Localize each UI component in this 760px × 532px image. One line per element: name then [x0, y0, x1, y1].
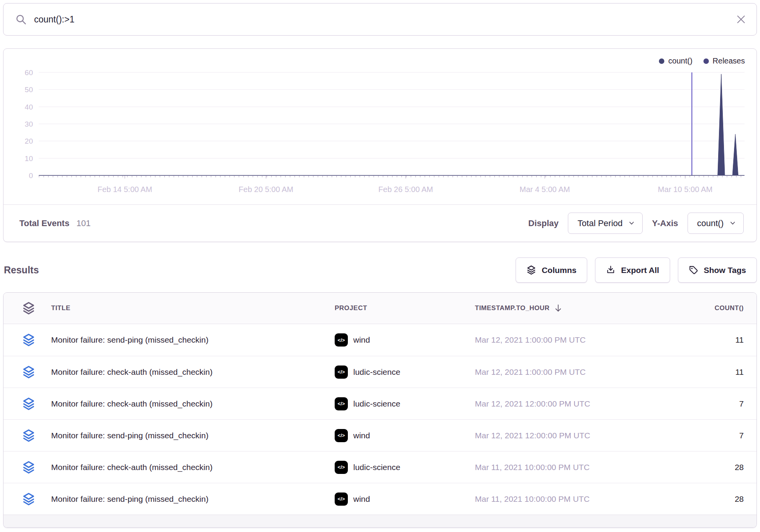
header-project-label: PROJECT	[335, 304, 367, 312]
svg-text:20: 20	[25, 137, 33, 145]
svg-text:60: 60	[25, 69, 33, 77]
table-row[interactable]: Monitor failure: check-auth (missed_chec…	[3, 451, 757, 483]
row-count: 11	[645, 335, 744, 345]
row-timestamp: Mar 12, 2021 1:00:00 PM UTC	[475, 335, 645, 345]
row-title-link[interactable]: Monitor failure: check-auth (missed_chec…	[51, 367, 335, 377]
project-platform-icon: </>	[335, 366, 348, 379]
yaxis-label: Y-Axis	[652, 218, 678, 228]
layers-icon	[22, 461, 35, 474]
svg-text:Mar 10 5:00 AM: Mar 10 5:00 AM	[658, 185, 712, 194]
row-project-cell: </> wind	[335, 493, 475, 506]
table-footer	[3, 515, 757, 527]
legend-label-count: count()	[668, 57, 692, 65]
layers-icon	[22, 493, 35, 506]
layers-icon	[22, 302, 35, 315]
svg-text:Mar 4 5:00 AM: Mar 4 5:00 AM	[519, 185, 570, 194]
columns-button[interactable]: Columns	[516, 257, 587, 283]
row-stack-cell	[22, 461, 51, 474]
row-project-cell: </> wind	[335, 333, 475, 347]
project-name: wind	[353, 494, 370, 504]
download-icon	[606, 265, 616, 275]
svg-text:40: 40	[25, 103, 33, 111]
search-input[interactable]	[33, 14, 736, 25]
project-platform-icon: </>	[335, 333, 348, 347]
row-project-cell: </> ludic-science	[335, 397, 475, 410]
project-name: ludic-science	[353, 367, 400, 377]
row-timestamp: Mar 11, 2021 10:00:00 PM UTC	[475, 494, 645, 504]
chart-legend: count() Releases	[659, 57, 745, 65]
clear-search-button[interactable]	[736, 14, 746, 25]
row-count: 7	[645, 399, 744, 408]
row-stack-cell	[22, 333, 51, 347]
table-row[interactable]: Monitor failure: check-auth (missed_chec…	[3, 356, 757, 388]
row-timestamp: Mar 12, 2021 12:00:00 PM UTC	[475, 431, 645, 440]
header-project[interactable]: PROJECT	[335, 304, 475, 312]
row-count: 28	[645, 463, 744, 472]
events-over-time-chart: 0102030405060Feb 14 5:00 AMFeb 20 5:00 A…	[3, 49, 757, 204]
results-table: TITLE PROJECT TIMESTAMP.TO_HOUR COUNT() …	[3, 292, 757, 528]
row-title-link[interactable]: Monitor failure: send-ping (missed_check…	[51, 335, 335, 345]
svg-text:Feb 14 5:00 AM: Feb 14 5:00 AM	[98, 185, 152, 194]
header-title-label: TITLE	[51, 304, 70, 312]
table-row[interactable]: Monitor failure: check-auth (missed_chec…	[3, 388, 757, 419]
svg-text:Feb 26 5:00 AM: Feb 26 5:00 AM	[378, 185, 433, 194]
project-name: ludic-science	[353, 463, 400, 472]
legend-item-count[interactable]: count()	[659, 57, 692, 65]
layers-icon	[22, 429, 35, 442]
yaxis-dropdown[interactable]: count()	[688, 213, 744, 234]
svg-text:30: 30	[25, 120, 33, 128]
row-title-link[interactable]: Monitor failure: send-ping (missed_check…	[51, 494, 335, 504]
table-row[interactable]: Monitor failure: send-ping (missed_check…	[3, 419, 757, 451]
legend-dot-count	[659, 58, 664, 64]
table-body: Monitor failure: send-ping (missed_check…	[3, 324, 757, 515]
project-platform-icon: </>	[335, 493, 348, 506]
row-project-cell: </> wind	[335, 429, 475, 442]
row-title-link[interactable]: Monitor failure: check-auth (missed_chec…	[51, 399, 335, 408]
show-tags-button[interactable]: Show Tags	[678, 257, 757, 283]
chart-footer: Total Events 101 Display Total Period Y-…	[3, 204, 757, 242]
search-icon	[15, 14, 27, 25]
table-row[interactable]: Monitor failure: send-ping (missed_check…	[3, 483, 757, 515]
row-stack-cell	[22, 493, 51, 506]
search-bar	[3, 3, 757, 36]
legend-item-releases[interactable]: Releases	[703, 57, 745, 65]
header-timestamp[interactable]: TIMESTAMP.TO_HOUR	[475, 304, 645, 313]
chevron-down-icon	[729, 220, 736, 227]
table-header: TITLE PROJECT TIMESTAMP.TO_HOUR COUNT()	[3, 293, 757, 324]
row-count: 28	[645, 494, 744, 504]
display-dropdown[interactable]: Total Period	[568, 213, 643, 234]
total-events-value: 101	[76, 218, 91, 228]
project-platform-icon: </>	[335, 461, 348, 474]
project-name: wind	[353, 431, 370, 440]
svg-text:50: 50	[25, 86, 33, 94]
row-count: 11	[645, 367, 744, 377]
table-row[interactable]: Monitor failure: send-ping (missed_check…	[3, 324, 757, 356]
row-title-link[interactable]: Monitor failure: send-ping (missed_check…	[51, 431, 335, 440]
sort-desc-arrow-icon	[554, 304, 563, 313]
header-title[interactable]: TITLE	[51, 304, 335, 312]
row-title-link[interactable]: Monitor failure: check-auth (missed_chec…	[51, 463, 335, 472]
row-count: 7	[645, 431, 744, 440]
row-stack-cell	[22, 397, 51, 410]
export-all-button[interactable]: Export All	[595, 257, 670, 283]
layers-icon	[22, 366, 35, 379]
row-timestamp: Mar 12, 2021 1:00:00 PM UTC	[475, 367, 645, 377]
chevron-down-icon	[628, 220, 635, 227]
show-tags-button-label: Show Tags	[704, 266, 746, 275]
row-timestamp: Mar 12, 2021 12:00:00 PM UTC	[475, 399, 645, 408]
layers-icon	[22, 333, 35, 347]
row-project-cell: </> ludic-science	[335, 461, 475, 474]
project-name: ludic-science	[353, 399, 400, 408]
svg-text:0: 0	[29, 172, 33, 180]
header-stack-column[interactable]	[22, 302, 51, 315]
chart-panel: count() Releases 0102030405060Feb 14 5:0…	[3, 48, 757, 242]
svg-text:Feb 20 5:00 AM: Feb 20 5:00 AM	[239, 185, 293, 194]
header-count[interactable]: COUNT()	[645, 304, 744, 312]
yaxis-dropdown-value: count()	[697, 218, 724, 228]
header-timestamp-label: TIMESTAMP.TO_HOUR	[475, 304, 550, 312]
legend-dot-releases	[703, 58, 709, 64]
tag-icon	[689, 265, 698, 275]
row-project-cell: </> ludic-science	[335, 366, 475, 379]
layers-icon	[22, 397, 35, 410]
project-platform-icon: </>	[335, 429, 348, 442]
